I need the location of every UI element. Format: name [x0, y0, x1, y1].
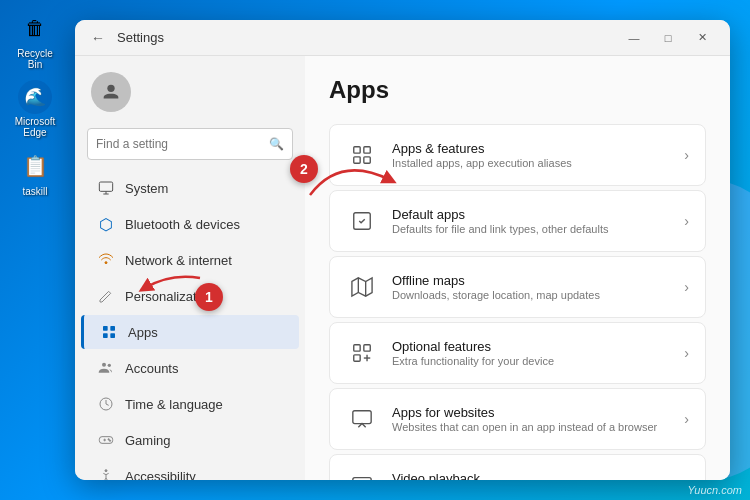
- svg-rect-28: [354, 355, 360, 361]
- setting-default-apps[interactable]: Default apps Defaults for file and link …: [329, 190, 706, 252]
- desktop-icons: 🗑 Recycle Bin 🌊 Microsoft Edge 📋 taskill: [10, 10, 60, 197]
- setting-offline-maps[interactable]: Offline maps Downloads, storage location…: [329, 256, 706, 318]
- apps-websites-chevron: ›: [684, 411, 689, 427]
- search-input[interactable]: [96, 137, 246, 151]
- edge-label: Microsoft Edge: [10, 116, 60, 138]
- svg-rect-26: [354, 345, 360, 351]
- accessibility-icon: [97, 467, 115, 480]
- sidebar-gaming-label: Gaming: [125, 433, 171, 448]
- sidebar-item-personalization[interactable]: Personalization: [81, 279, 299, 313]
- setting-optional-features[interactable]: Optional features Extra functionality fo…: [329, 322, 706, 384]
- apps-features-text: Apps & features Installed apps, app exec…: [392, 141, 670, 169]
- network-icon: [97, 251, 115, 269]
- sidebar-bluetooth-label: Bluetooth & devices: [125, 217, 240, 232]
- taskill-label: taskill: [22, 186, 47, 197]
- apps-websites-text: Apps for websites Websites that can open…: [392, 405, 670, 433]
- setting-video-playback[interactable]: Video playback Video adjustments, HDR st…: [329, 454, 706, 480]
- default-apps-text: Default apps Defaults for file and link …: [392, 207, 670, 235]
- main-panel: Apps Apps & features Installed apps, app…: [305, 56, 730, 480]
- optional-features-text: Optional features Extra functionality fo…: [392, 339, 670, 367]
- page-title: Apps: [329, 76, 706, 104]
- svg-point-16: [109, 440, 110, 441]
- svg-point-4: [105, 262, 107, 264]
- bluetooth-icon: ⬡: [97, 215, 115, 233]
- recycle-bin-label: Recycle Bin: [10, 48, 60, 70]
- svg-rect-5: [103, 326, 108, 331]
- setting-apps-websites[interactable]: Apps for websites Websites that can open…: [329, 388, 706, 450]
- sidebar-accessibility-label: Accessibility: [125, 469, 196, 481]
- sidebar-time-label: Time & language: [125, 397, 223, 412]
- default-apps-icon: [346, 205, 378, 237]
- setting-apps-features[interactable]: Apps & features Installed apps, app exec…: [329, 124, 706, 186]
- apps-websites-icon: [346, 403, 378, 435]
- sidebar-item-network[interactable]: Network & internet: [81, 243, 299, 277]
- sidebar-apps-label: Apps: [128, 325, 158, 340]
- sidebar: 🔍 System ⬡ Bluetooth & devices: [75, 56, 305, 480]
- svg-rect-20: [354, 157, 360, 163]
- settings-window: ← Settings — □ ✕: [75, 20, 730, 480]
- offline-maps-desc: Downloads, storage location, map updates: [392, 289, 670, 301]
- svg-point-15: [108, 439, 109, 440]
- desktop-icon-edge[interactable]: 🌊 Microsoft Edge: [10, 80, 60, 138]
- desktop-icon-recycle-bin[interactable]: 🗑 Recycle Bin: [10, 10, 60, 70]
- svg-rect-7: [103, 333, 108, 338]
- svg-rect-31: [353, 411, 371, 424]
- sidebar-item-bluetooth[interactable]: ⬡ Bluetooth & devices: [81, 207, 299, 241]
- svg-marker-23: [352, 278, 372, 296]
- sidebar-item-accessibility[interactable]: Accessibility: [81, 459, 299, 480]
- video-playback-name: Video playback: [392, 471, 670, 480]
- personalization-icon: [97, 287, 115, 305]
- sidebar-item-apps[interactable]: Apps: [81, 315, 299, 349]
- offline-maps-icon: [346, 271, 378, 303]
- video-playback-icon: [346, 469, 378, 480]
- svg-rect-18: [354, 147, 360, 153]
- sidebar-personalization-label: Personalization: [125, 289, 214, 304]
- svg-rect-32: [353, 478, 371, 480]
- search-container: 🔍: [75, 124, 305, 170]
- default-apps-desc: Defaults for file and link types, other …: [392, 223, 670, 235]
- window-controls: — □ ✕: [618, 24, 718, 52]
- apps-websites-desc: Websites that can open in an app instead…: [392, 421, 670, 433]
- svg-point-9: [102, 363, 106, 367]
- svg-point-17: [105, 470, 107, 472]
- taskill-icon: 📋: [17, 148, 53, 184]
- window-title: Settings: [117, 30, 164, 45]
- optional-features-icon: [346, 337, 378, 369]
- svg-point-10: [108, 364, 111, 367]
- search-box[interactable]: 🔍: [87, 128, 293, 160]
- apps-features-chevron: ›: [684, 147, 689, 163]
- svg-point-0: [107, 85, 114, 92]
- video-playback-text: Video playback Video adjustments, HDR st…: [392, 471, 670, 480]
- user-avatar[interactable]: [75, 64, 305, 124]
- close-button[interactable]: ✕: [686, 24, 718, 52]
- default-apps-chevron: ›: [684, 213, 689, 229]
- sidebar-item-time[interactable]: Time & language: [81, 387, 299, 421]
- desktop-icon-taskill[interactable]: 📋 taskill: [10, 148, 60, 197]
- svg-rect-21: [364, 157, 370, 163]
- sidebar-item-system[interactable]: System: [81, 171, 299, 205]
- sidebar-item-gaming[interactable]: Gaming: [81, 423, 299, 457]
- offline-maps-chevron: ›: [684, 279, 689, 295]
- watermark: Yuucn.com: [687, 484, 742, 496]
- back-button[interactable]: ←: [87, 26, 109, 50]
- title-bar: ← Settings — □ ✕: [75, 20, 730, 56]
- svg-rect-27: [364, 345, 370, 351]
- maximize-button[interactable]: □: [652, 24, 684, 52]
- apps-features-desc: Installed apps, app execution aliases: [392, 157, 670, 169]
- system-icon: [97, 179, 115, 197]
- optional-features-chevron: ›: [684, 345, 689, 361]
- svg-rect-8: [110, 333, 115, 338]
- apps-icon: [100, 323, 118, 341]
- svg-rect-1: [99, 182, 112, 191]
- edge-icon: 🌊: [18, 80, 52, 114]
- svg-rect-6: [110, 326, 115, 331]
- apps-websites-name: Apps for websites: [392, 405, 670, 420]
- minimize-button[interactable]: —: [618, 24, 650, 52]
- offline-maps-text: Offline maps Downloads, storage location…: [392, 273, 670, 301]
- recycle-bin-icon: 🗑: [17, 10, 53, 46]
- apps-features-name: Apps & features: [392, 141, 670, 156]
- svg-rect-19: [364, 147, 370, 153]
- gaming-icon: [97, 431, 115, 449]
- sidebar-item-accounts[interactable]: Accounts: [81, 351, 299, 385]
- desktop: 🗑 Recycle Bin 🌊 Microsoft Edge 📋 taskill…: [0, 0, 750, 500]
